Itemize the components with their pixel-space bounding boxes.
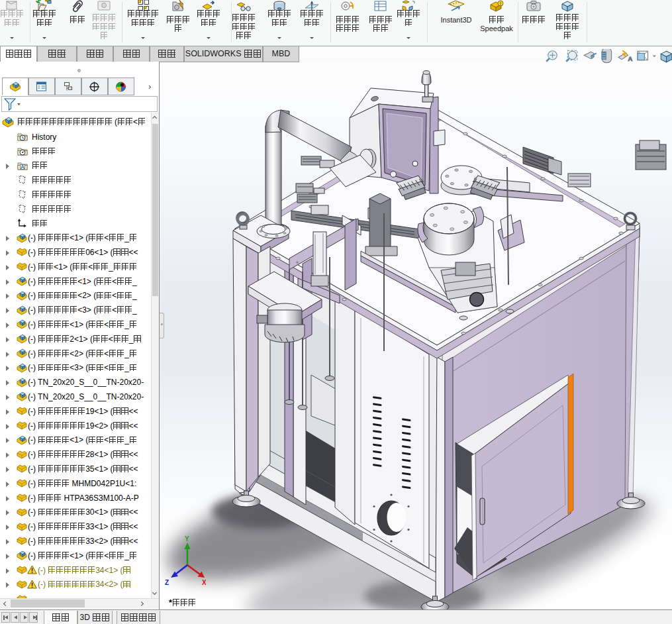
svg-text:A: A [21,164,24,170]
svg-text:!: ! [500,1,501,6]
svg-text:X: X [202,579,206,585]
svg-text:A: A [628,56,632,62]
svg-text:Z: Z [165,579,169,585]
svg-text:Y: Y [185,535,189,543]
